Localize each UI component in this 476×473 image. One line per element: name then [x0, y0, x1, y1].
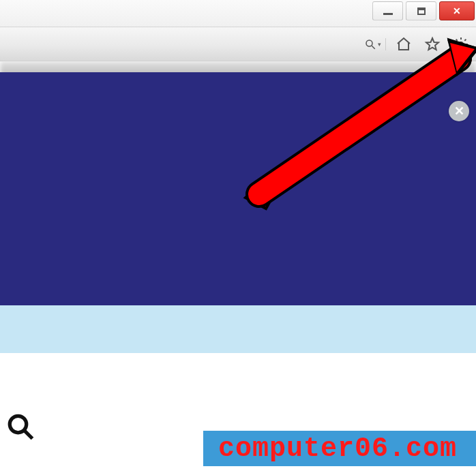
svg-point-0 [366, 40, 372, 46]
search-icon [364, 38, 376, 50]
toolbar-search-area[interactable]: ▾ [360, 38, 386, 50]
svg-line-1 [372, 46, 375, 49]
star-icon [424, 36, 441, 52]
content-lower-area: computer06.com [0, 353, 476, 473]
home-icon [396, 36, 412, 52]
maximize-button[interactable] [406, 1, 436, 20]
home-button[interactable] [393, 33, 415, 55]
close-icon: ✕ [453, 5, 461, 16]
close-icon: ✕ [454, 104, 464, 119]
content-dark-panel [0, 72, 476, 305]
svg-point-3 [459, 42, 463, 46]
maximize-icon [417, 7, 426, 15]
svg-marker-2 [426, 38, 438, 50]
svg-point-4 [10, 416, 27, 433]
window-controls: ✕ [372, 1, 475, 20]
content-light-band [0, 305, 476, 353]
panel-close-button[interactable]: ✕ [449, 101, 469, 121]
window-titlebar: ✕ [0, 0, 476, 27]
minimize-icon [383, 13, 393, 15]
close-window-button[interactable]: ✕ [439, 1, 475, 20]
gear-icon [453, 36, 469, 52]
minimize-button[interactable] [372, 1, 403, 20]
watermark-label: computer06.com [203, 431, 476, 466]
search-dropdown-icon: ▾ [378, 41, 381, 48]
browser-toolbar: ▾ [0, 27, 476, 61]
page-search-button[interactable] [4, 410, 37, 443]
favorites-button[interactable] [421, 33, 443, 55]
svg-line-5 [25, 431, 32, 438]
tools-button[interactable] [450, 33, 472, 55]
search-icon [6, 412, 35, 441]
watermark-text: computer06.com [218, 433, 457, 464]
